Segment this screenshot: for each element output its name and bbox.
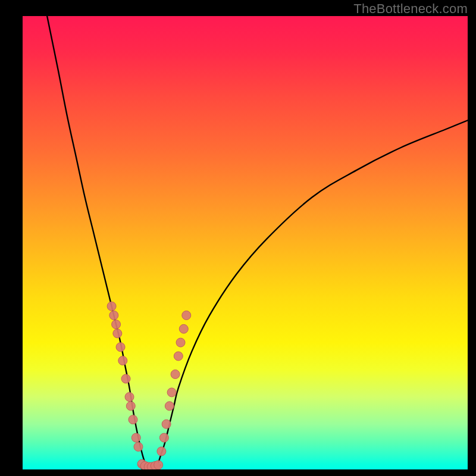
data-marker-right [182,311,191,320]
data-marker-left [125,393,134,402]
chart-frame: TheBottleneck.com [0,0,476,476]
data-marker-left [116,343,125,352]
data-marker-left [118,356,127,365]
data-marker-valley [154,461,163,469]
data-marker-right [176,338,185,347]
data-marker-left [131,433,140,442]
data-marker-left [134,442,143,451]
data-marker-left [121,374,130,383]
data-marker-left [126,402,135,411]
data-marker-left [112,320,121,329]
data-marker-right [162,419,171,428]
data-marker-right [171,369,180,378]
data-marker-left [129,415,137,424]
plot-area [23,16,468,469]
curve-right-branch [156,120,468,469]
data-marker-left [113,329,122,338]
data-marker-right [159,433,168,442]
data-marker-left [107,302,116,311]
data-marker-right [174,352,183,361]
data-marker-right [179,324,188,333]
data-marker-right [165,402,174,411]
data-marker-left [109,311,118,320]
watermark-text: TheBottleneck.com [353,1,468,17]
data-marker-right [157,447,166,456]
curve-layer [23,16,468,469]
data-marker-right [167,388,176,397]
